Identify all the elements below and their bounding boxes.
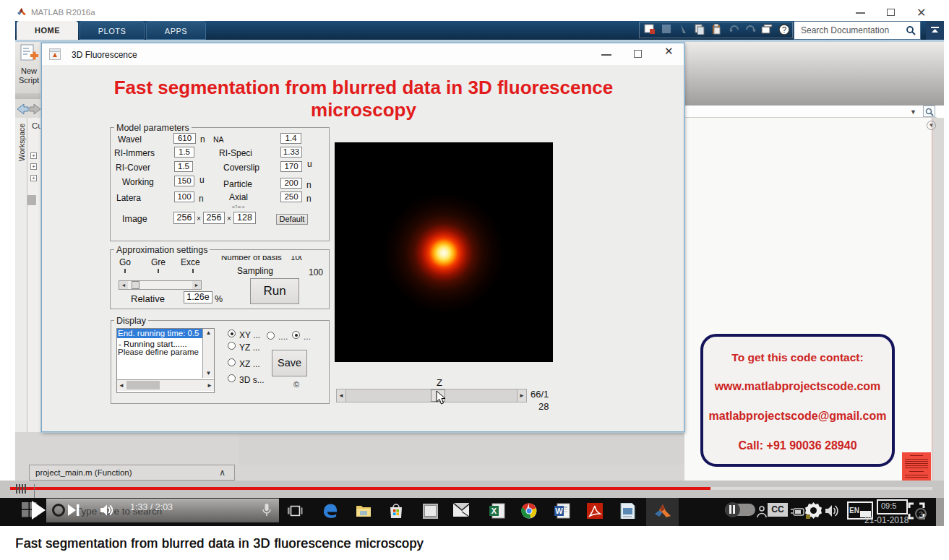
svg-text:X: X bbox=[491, 507, 497, 515]
svg-text:W: W bbox=[555, 507, 563, 515]
svg-text:?: ? bbox=[782, 25, 786, 34]
